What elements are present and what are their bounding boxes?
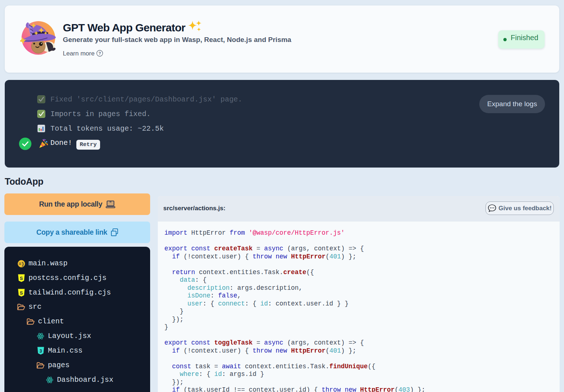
svg-text:=}: =} [18,262,24,267]
svg-text:?: ? [98,51,101,55]
svg-text:S: S [20,291,23,296]
svg-text:3: 3 [39,349,42,354]
svg-text:S: S [20,276,23,281]
